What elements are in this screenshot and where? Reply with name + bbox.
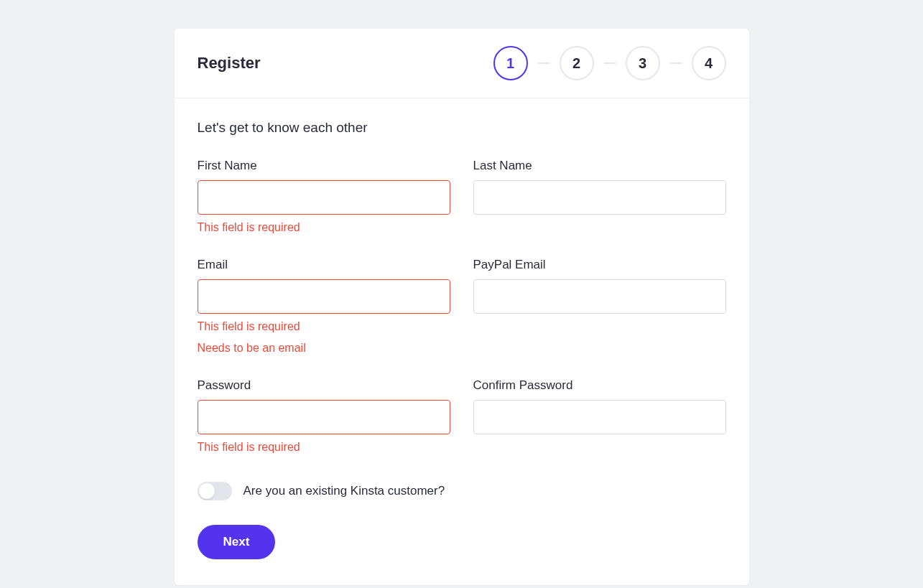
step-1[interactable]: 1 bbox=[493, 46, 528, 80]
toggle-knob bbox=[199, 483, 215, 499]
last-name-field-wrapper: Last Name bbox=[473, 159, 726, 236]
register-card: Register 1 2 3 4 Let's get to know each … bbox=[175, 29, 749, 585]
confirm-password-field-wrapper: Confirm Password bbox=[473, 378, 726, 456]
email-error-2: Needs to be an email bbox=[198, 340, 450, 357]
step-3[interactable]: 3 bbox=[626, 46, 660, 80]
form-grid: First Name This field is required Last N… bbox=[198, 159, 726, 456]
paypal-email-input[interactable] bbox=[473, 279, 726, 314]
card-header: Register 1 2 3 4 bbox=[175, 29, 749, 98]
stepper: 1 2 3 4 bbox=[493, 46, 726, 80]
last-name-label: Last Name bbox=[473, 159, 726, 173]
email-input[interactable] bbox=[198, 279, 450, 314]
paypal-email-field-wrapper: PayPal Email bbox=[473, 258, 726, 357]
existing-customer-label: Are you an existing Kinsta customer? bbox=[243, 484, 445, 498]
last-name-input[interactable] bbox=[473, 180, 726, 215]
first-name-input[interactable] bbox=[198, 180, 450, 215]
first-name-field-wrapper: First Name This field is required bbox=[198, 159, 450, 236]
form-actions: Next bbox=[198, 525, 726, 559]
step-separator bbox=[538, 62, 549, 64]
existing-customer-toggle[interactable] bbox=[198, 482, 232, 500]
password-field-wrapper: Password This field is required bbox=[198, 378, 450, 456]
first-name-label: First Name bbox=[198, 159, 450, 173]
password-error: This field is required bbox=[198, 439, 450, 456]
email-field-wrapper: Email This field is required Needs to be… bbox=[198, 258, 450, 357]
password-label: Password bbox=[198, 378, 450, 393]
card-body: Let's get to know each other First Name … bbox=[175, 98, 749, 585]
form-subtitle: Let's get to know each other bbox=[198, 120, 726, 136]
step-2[interactable]: 2 bbox=[560, 46, 594, 80]
email-error-1: This field is required bbox=[198, 318, 450, 335]
step-4[interactable]: 4 bbox=[692, 46, 726, 80]
email-label: Email bbox=[198, 258, 450, 272]
step-separator bbox=[604, 62, 616, 64]
password-input[interactable] bbox=[198, 400, 450, 434]
confirm-password-input[interactable] bbox=[473, 400, 726, 434]
confirm-password-label: Confirm Password bbox=[473, 378, 726, 393]
paypal-email-label: PayPal Email bbox=[473, 258, 726, 272]
page-title: Register bbox=[198, 54, 261, 73]
step-separator bbox=[670, 62, 682, 64]
first-name-error: This field is required bbox=[198, 219, 450, 236]
existing-customer-row: Are you an existing Kinsta customer? bbox=[198, 482, 726, 500]
next-button[interactable]: Next bbox=[198, 525, 276, 559]
